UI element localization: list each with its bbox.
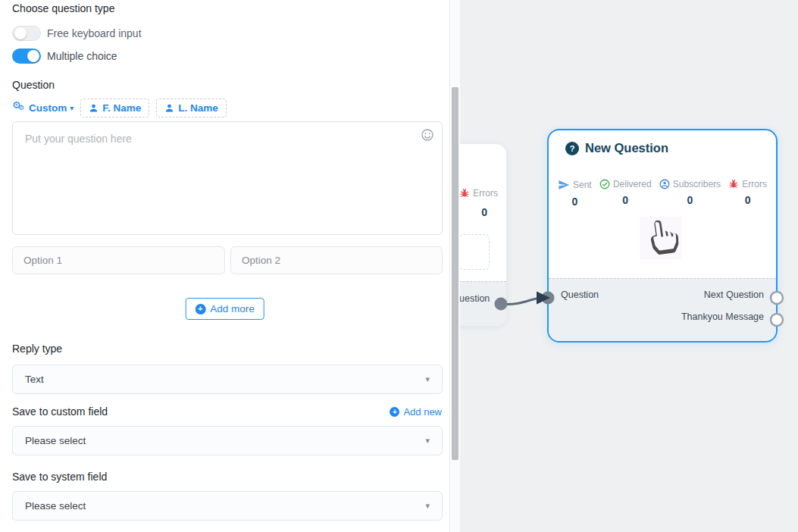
system-field-select[interactable]: Please select ▾ — [12, 491, 443, 521]
question-heading: Question — [12, 79, 55, 91]
stat-sent: Sent 0 — [558, 179, 592, 208]
toggle-knob — [14, 27, 27, 39]
hand-cursor-icon — [643, 217, 681, 258]
option-2-input[interactable] — [230, 246, 443, 274]
node-stats-row: Sent 0 Delivered 0 — [549, 179, 776, 208]
stat-label: Errors — [473, 188, 498, 199]
gear-glyph-small: ⚙ — [18, 104, 24, 111]
add-more-label: Add more — [210, 303, 255, 315]
chevron-down-icon: ▾ — [425, 374, 430, 384]
caret-down-icon: ▾ — [70, 104, 74, 112]
panel-scrollbar-thumb[interactable] — [452, 87, 458, 460]
free-keyboard-input-label: Free keyboard input — [47, 27, 142, 39]
thankyou-message-output-socket[interactable] — [771, 314, 783, 326]
partial-node-errors-stat: Errors — [460, 188, 498, 199]
stat-value: 0 — [599, 194, 652, 206]
chevron-down-icon: ▾ — [425, 436, 430, 446]
add-new-custom-field-link[interactable]: + Add new — [390, 406, 442, 418]
plus-circle-icon: + — [195, 304, 205, 315]
socket-label: uestion — [460, 293, 490, 304]
question-textarea[interactable] — [13, 122, 442, 234]
stat-label: Sent — [573, 180, 592, 190]
system-field-value: Please select — [25, 500, 86, 512]
next-question-output-socket[interactable] — [771, 292, 783, 304]
first-name-tag-button[interactable]: F. Name — [80, 99, 149, 117]
person-icon — [89, 103, 99, 113]
reply-type-value: Text — [25, 374, 44, 385]
question-settings-panel: Choose question type Free keyboard input… — [0, 0, 450, 532]
toggle-knob — [27, 50, 39, 62]
save-custom-field-heading: Save to custom field — [12, 405, 108, 418]
input-socket-label: Question — [561, 289, 599, 300]
stat-subscribers: Subscribers 0 — [659, 179, 721, 208]
custom-label: Custom — [29, 102, 67, 114]
stat-label: Delivered — [613, 179, 652, 189]
question-mark-icon: ? — [565, 142, 579, 155]
flow-canvas[interactable]: Errors 0 uestion ? New Question — [460, 0, 798, 532]
new-question-node[interactable]: ? New Question Sent 0 — [547, 129, 778, 343]
reply-type-heading: Reply type — [12, 343, 62, 355]
bug-icon — [728, 179, 739, 189]
output-socket-label-next-question: Next Question — [704, 289, 764, 300]
last-name-label: L. Name — [178, 102, 218, 114]
stat-delivered: Delivered 0 — [599, 179, 652, 208]
free-keyboard-input-toggle[interactable] — [12, 26, 41, 41]
save-system-field-heading: Save to system field — [12, 471, 107, 483]
panel-scrollbar-track[interactable] — [451, 0, 460, 532]
choose-question-type-heading: Choose question type — [12, 2, 114, 14]
stat-value: 0 — [728, 194, 767, 206]
node-header: ? New Question — [565, 141, 668, 155]
custom-merge-tag-dropdown[interactable]: ⚙ ⚙ Custom ▾ — [12, 101, 74, 114]
partial-node-output-socket[interactable] — [495, 298, 508, 311]
custom-field-select[interactable]: Please select ▾ — [12, 426, 443, 455]
first-name-label: F. Name — [102, 102, 141, 114]
app-root: Choose question type Free keyboard input… — [0, 0, 798, 532]
add-more-button[interactable]: + Add more — [185, 298, 264, 320]
stat-value: 0 — [659, 194, 721, 206]
question-textarea-wrap — [12, 121, 443, 235]
option-1-input[interactable] — [12, 246, 225, 274]
question-input-socket[interactable] — [542, 292, 555, 305]
chevron-down-icon: ▾ — [425, 501, 430, 511]
subscribers-icon — [659, 179, 670, 189]
add-new-label: Add new — [403, 406, 442, 418]
last-name-tag-button[interactable]: L. Name — [156, 99, 227, 117]
person-icon — [164, 103, 174, 113]
node-title: New Question — [585, 141, 668, 155]
emoji-picker-button[interactable] — [421, 128, 436, 143]
plus-circle-icon: + — [390, 407, 399, 417]
multiple-choice-label: Multiple choice — [47, 50, 117, 62]
node-footer: Question Next Question Thankyou Message — [549, 278, 776, 341]
output-socket-label-thankyou-message: Thankyou Message — [681, 311, 764, 322]
option-placeholder-box[interactable] — [460, 234, 490, 270]
send-icon — [558, 179, 570, 191]
custom-field-value: Please select — [25, 435, 86, 446]
stat-value: 0 — [558, 196, 592, 208]
bug-icon — [460, 188, 470, 199]
stat-label: Subscribers — [673, 179, 721, 189]
gears-icon: ⚙ ⚙ — [12, 101, 26, 114]
multiple-choice-toggle[interactable] — [12, 49, 41, 64]
stat-errors: Errors 0 — [728, 179, 767, 208]
reply-type-select[interactable]: Text ▾ — [12, 365, 443, 394]
stat-label: Errors — [742, 179, 767, 189]
merge-tag-row: ⚙ ⚙ Custom ▾ F. Name L. Name — [12, 98, 227, 117]
smiley-icon — [421, 128, 434, 142]
stat-value: 0 — [481, 206, 487, 218]
check-circle-icon — [599, 179, 610, 189]
